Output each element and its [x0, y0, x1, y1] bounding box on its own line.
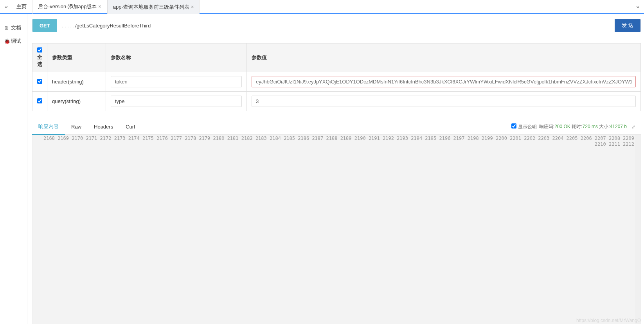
param-value-input[interactable] — [252, 96, 636, 107]
meta-size-value: 41207 b — [610, 124, 627, 129]
tab-label: app-查询本地服务前三级条件列表 — [113, 4, 189, 10]
col-param-name: 参数名称 — [106, 43, 247, 72]
tabs-scroll-right[interactable]: » — [633, 4, 642, 10]
request-url[interactable]: . . . . . /getLsCategoryResultBeforeThir… — [57, 19, 615, 32]
select-all-label: 全选 — [37, 54, 42, 67]
row-checkbox[interactable] — [37, 79, 42, 84]
close-icon[interactable]: × — [98, 4, 101, 9]
sidebar-item-label: 文档 — [11, 24, 21, 31]
response-tabs: 响应内容 Raw Headers Curl 显示说明 响应码:200 OK 耗时… — [32, 119, 641, 135]
sidebar-item-debug[interactable]: 🐞 调试 — [0, 34, 27, 48]
col-param-value: 参数值 — [247, 43, 641, 72]
param-row: query(string) — [32, 92, 641, 111]
tab-home[interactable]: 主页 — [11, 0, 32, 14]
tab-response-raw[interactable]: Raw — [65, 120, 88, 134]
tabs-scroll-left[interactable]: « — [2, 4, 11, 10]
meta-time-label: 耗时: — [572, 124, 582, 129]
select-all-checkbox[interactable] — [37, 47, 42, 52]
bug-icon: 🐞 — [4, 38, 9, 44]
http-method[interactable]: GET — [32, 19, 57, 32]
response-meta: 显示说明 响应码:200 OK 耗时:720 ms 大小:41207 b ⤢ — [511, 123, 641, 130]
tab-ls-category[interactable]: app-查询本地服务前三级条件列表× — [107, 0, 200, 14]
tab-version-add[interactable]: 后台-version-添加app版本× — [32, 0, 107, 14]
meta-size-label: 大小: — [599, 124, 610, 129]
meta-time-value: 720 ms — [583, 124, 598, 129]
tab-response-headers[interactable]: Headers — [88, 120, 119, 134]
param-type-cell: query(string) — [47, 92, 106, 111]
param-type-cell: header(string) — [47, 72, 106, 92]
tab-label: 后台-version-添加app版本 — [38, 4, 97, 9]
scrollbar-track[interactable] — [635, 135, 640, 324]
meta-code-label: 响应码: — [539, 124, 554, 129]
url-prefix-masked: . . . . . — [62, 23, 75, 29]
params-table: 全选 参数类型 参数名称 参数值 header(string) query(st… — [32, 43, 641, 111]
tab-response-content[interactable]: 响应内容 — [32, 119, 65, 135]
expand-icon[interactable]: ⤢ — [629, 124, 638, 130]
response-code-viewer: 2168 2169 2170 2171 2172 2173 2174 2175 … — [32, 135, 641, 324]
sidebar: 🗎 文档 🐞 调试 — [0, 14, 27, 324]
show-desc-toggle[interactable]: 显示说明 — [511, 123, 536, 130]
tab-response-curl[interactable]: Curl — [119, 120, 141, 134]
request-bar: GET . . . . . /getLsCategoryResultBefore… — [32, 19, 641, 32]
param-name-input[interactable] — [111, 76, 242, 87]
send-button[interactable]: 发 送 — [615, 19, 640, 32]
url-path: /getLsCategoryResultBeforeThird — [75, 23, 151, 29]
sidebar-item-label: 调试 — [11, 38, 21, 45]
close-icon[interactable]: × — [191, 4, 194, 10]
row-checkbox[interactable] — [37, 98, 42, 103]
meta-code-value: 200 OK — [554, 124, 570, 129]
watermark: https://blog.csdn.net/MrWangO — [576, 318, 641, 323]
tab-bar: « 主页 后台-version-添加app版本× app-查询本地服务前三级条件… — [0, 0, 644, 14]
param-row: header(string) — [32, 72, 641, 92]
param-value-input[interactable] — [252, 76, 636, 87]
param-name-input[interactable] — [111, 96, 242, 107]
line-gutter: 2168 2169 2170 2171 2172 2173 2174 2175 … — [32, 135, 637, 324]
sidebar-item-doc[interactable]: 🗎 文档 — [0, 21, 27, 34]
file-icon: 🗎 — [4, 25, 9, 31]
col-param-type: 参数类型 — [47, 43, 106, 72]
main-content: GET . . . . . /getLsCategoryResultBefore… — [27, 14, 644, 324]
